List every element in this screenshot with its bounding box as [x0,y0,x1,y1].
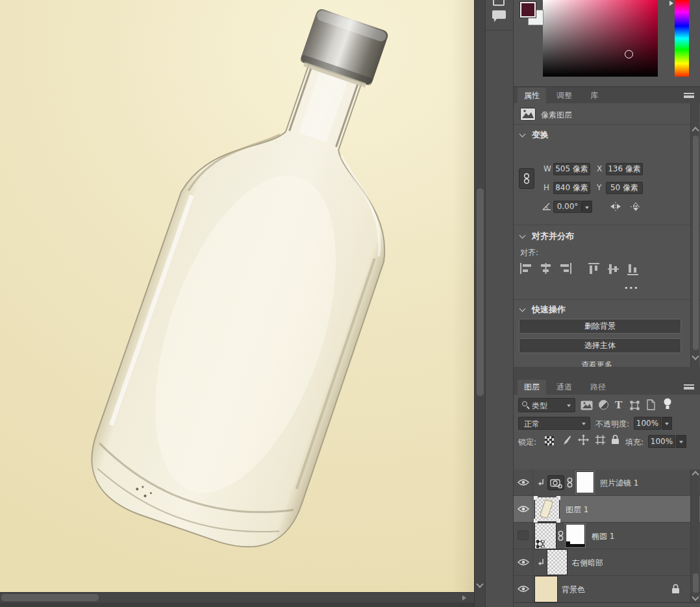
notes-panel-icon[interactable] [493,0,505,6]
panel-gap [514,367,700,380]
tab-properties[interactable]: 属性 [518,88,546,103]
link-dimensions-button[interactable] [519,168,534,189]
scroll-down-icon[interactable] [692,353,699,360]
layers-toolbar: fx [514,602,700,607]
vscrollbar-thumb[interactable] [477,188,484,396]
layer-row-background-color[interactable]: 背景色 [514,576,700,602]
filter-kind-value: 类型 [532,401,547,412]
layer-row-right-shadow[interactable]: 右侧暗部 [514,549,700,576]
mask-link-icon[interactable] [567,477,573,488]
layer-name[interactable]: 椭圆 1 [592,531,614,542]
fill-caret[interactable] [676,435,686,448]
layer-thumbnail[interactable] [535,497,559,521]
canvas-hscrollbar[interactable] [0,592,474,602]
tab-layers[interactable]: 图层 [518,380,546,395]
flip-vertical-icon[interactable] [631,202,641,212]
visibility-toggle[interactable] [514,469,533,495]
angle-select[interactable]: 0.00° [553,201,582,213]
layer-name[interactable]: 图层 1 [566,504,588,515]
hscrollbar-thumb[interactable] [1,594,99,601]
layer-filter-toggle-icon[interactable] [663,398,672,410]
panel-menu-icon[interactable] [684,93,694,98]
lock-move-icon[interactable] [578,434,589,445]
layer-mask-thumbnail[interactable] [576,471,594,493]
layers-scrollbar[interactable] [690,469,699,602]
height-input[interactable]: 840 像素 [553,182,590,194]
filter-shape-layers-icon[interactable] [630,401,640,410]
opacity-label: 不透明度: [595,419,629,430]
vector-mask-thumbnail[interactable] [566,524,585,547]
lock-artboard-icon[interactable] [595,435,605,445]
properties-scrollbar-thumb[interactable] [693,136,699,350]
layer-thumbnail[interactable] [535,576,557,602]
visibility-toggle[interactable] [514,549,533,575]
visibility-toggle[interactable] [514,496,533,522]
align-top-icon[interactable] [588,263,599,275]
color-cursor[interactable] [625,50,633,58]
panel-menu-icon[interactable] [684,384,694,390]
layer-row-layer1[interactable]: 图层 1 [514,496,700,523]
layers-scrollbar-thumb[interactable] [693,573,699,593]
align-right-icon[interactable] [559,263,571,274]
comments-panel-icon[interactable] [492,10,506,19]
canvas-edge-shade [452,0,474,592]
align-left-icon[interactable] [520,263,532,274]
remove-background-button[interactable]: 删除背景 [519,319,681,334]
photoshop-workspace: 属性 调整 库 像素图层 变换 [0,0,700,607]
scroll-up-icon[interactable] [692,471,699,478]
blend-mode-select[interactable]: 正常 [518,417,590,430]
color-field[interactable] [543,0,658,77]
tab-paths[interactable]: 路径 [584,380,612,395]
opacity-caret[interactable] [662,417,672,430]
properties-scrollbar[interactable] [690,103,699,367]
angle-select-caret[interactable] [582,201,592,213]
align-more-button[interactable]: ••• [624,284,638,292]
x-input[interactable]: 136 像素 [606,163,643,175]
eye-icon [518,558,529,566]
y-input[interactable]: 50 像素 [606,182,643,194]
hue-strip[interactable] [675,0,689,77]
layer-thumbnail[interactable] [547,550,567,575]
mask-link-icon[interactable] [558,530,564,541]
align-center-vertical-icon[interactable] [608,263,619,275]
lock-transparency-icon[interactable] [545,436,554,445]
scroll-right-icon[interactable] [462,595,466,601]
lock-all-icon[interactable] [611,434,619,445]
canvas-vscrollbar[interactable] [474,0,485,607]
width-input[interactable]: 505 像素 [553,163,590,175]
flip-horizontal-icon[interactable] [610,202,621,211]
tab-libraries[interactable]: 库 [584,88,605,103]
transform-collapse-icon[interactable] [519,131,526,138]
quick-actions-collapse-icon[interactable] [519,306,526,312]
hue-slider-handle[interactable] [669,1,673,6]
align-center-horizontal-icon[interactable] [540,263,552,274]
layer-name[interactable]: 右侧暗部 [572,558,603,569]
filter-kind-select[interactable]: 类型 [518,398,575,412]
lock-paint-icon[interactable] [562,435,571,445]
scroll-down-icon[interactable] [692,593,699,601]
layer-row-ellipse[interactable]: 椭圆 1 [514,523,700,549]
shape-layer-thumbnail[interactable] [535,523,556,549]
layer-row-photo-filter[interactable]: 照片滤镜 1 [514,469,700,496]
bottle-image [0,0,474,592]
opacity-input[interactable]: 100% [634,417,661,430]
visibility-toggle[interactable] [514,576,533,602]
tab-channels[interactable]: 通道 [550,380,579,395]
filter-pixel-layers-icon[interactable] [581,401,593,410]
align-collapse-icon[interactable] [519,232,526,239]
scroll-down-icon[interactable] [476,580,483,588]
layer-name[interactable]: 照片滤镜 1 [600,478,638,489]
filter-adjustment-layers-icon[interactable] [599,400,608,410]
visibility-toggle[interactable] [514,523,533,549]
canvas-area[interactable] [0,0,474,592]
foreground-color-swatch[interactable] [520,2,536,18]
align-bottom-icon[interactable] [627,263,638,275]
layer-name[interactable]: 背景色 [562,584,585,595]
filter-type-layers-icon[interactable]: T [615,399,622,411]
photo-filter-icon[interactable] [547,475,564,490]
select-subject-button[interactable]: 选择主体 [519,338,681,353]
tab-adjustments[interactable]: 调整 [550,88,579,103]
scroll-up-icon[interactable] [692,127,699,134]
filter-smart-object-icon[interactable] [647,399,655,410]
fill-input[interactable]: 100% [648,435,675,448]
